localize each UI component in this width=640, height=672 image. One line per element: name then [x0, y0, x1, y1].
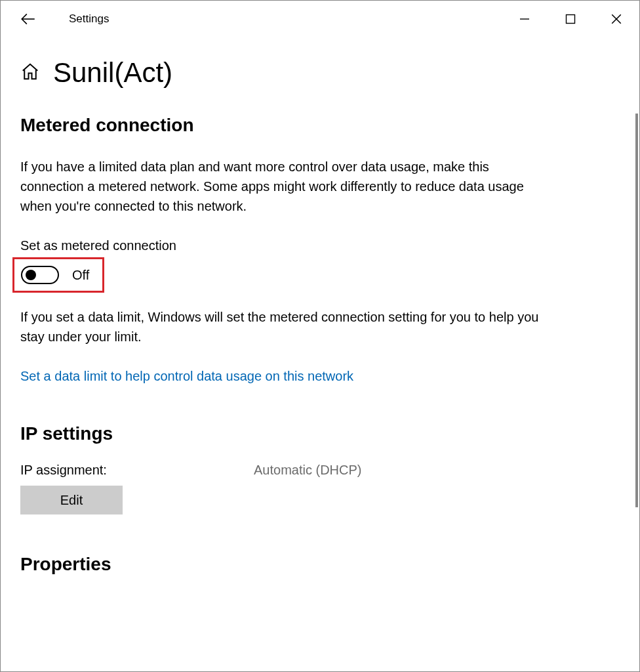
- data-limit-description: If you set a data limit, Windows will se…: [20, 307, 545, 346]
- arrow-left-icon: [20, 10, 37, 28]
- close-button[interactable]: [593, 1, 639, 37]
- page-title: Sunil(Act): [53, 57, 172, 89]
- back-button[interactable]: [16, 7, 40, 31]
- home-icon[interactable]: [20, 62, 40, 84]
- metered-toggle-state: Off: [72, 268, 89, 283]
- svg-rect-2: [567, 15, 575, 24]
- ip-assignment-value: Automatic (DHCP): [254, 463, 361, 478]
- highlight-annotation: Off: [12, 257, 104, 293]
- toggle-knob-icon: [26, 270, 36, 280]
- metered-heading: Metered connection: [20, 115, 620, 136]
- title-bar: Settings: [1, 1, 639, 37]
- scrollbar[interactable]: [635, 114, 638, 507]
- minimize-icon: [519, 14, 530, 24]
- content-area: Sunil(Act) Metered connection If you hav…: [1, 37, 639, 575]
- edit-button[interactable]: Edit: [20, 486, 123, 514]
- data-limit-link[interactable]: Set a data limit to help control data us…: [20, 369, 353, 384]
- metered-toggle-label: Set as metered connection: [20, 238, 620, 253]
- minimize-button[interactable]: [502, 1, 548, 37]
- properties-heading: Properties: [20, 554, 620, 575]
- window-controls: [502, 1, 639, 37]
- app-title: Settings: [69, 12, 109, 26]
- close-icon: [610, 13, 622, 25]
- metered-toggle[interactable]: [21, 266, 59, 284]
- metered-description: If you have a limited data plan and want…: [20, 157, 545, 216]
- ip-settings-heading: IP settings: [20, 423, 620, 444]
- maximize-icon: [565, 14, 576, 24]
- maximize-button[interactable]: [548, 1, 593, 37]
- ip-assignment-row: IP assignment: Automatic (DHCP): [20, 463, 620, 478]
- page-header: Sunil(Act): [20, 57, 620, 89]
- ip-assignment-label: IP assignment:: [20, 463, 254, 478]
